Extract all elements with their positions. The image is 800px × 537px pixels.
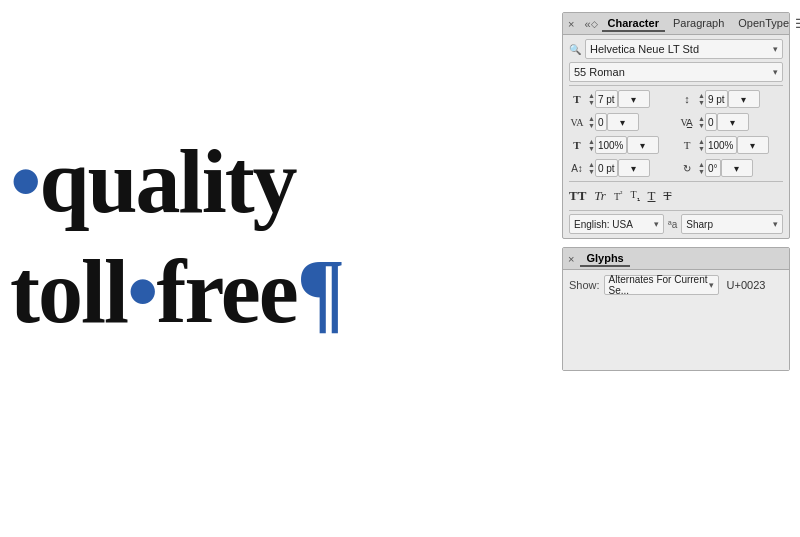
- font-size-down[interactable]: ▼: [588, 99, 595, 106]
- kerning-down[interactable]: ▼: [588, 122, 595, 129]
- kerning-up[interactable]: ▲: [588, 115, 595, 122]
- leading-cell: ↕ ▲ ▼ 9 pt ▾: [679, 89, 783, 109]
- baseline-icon: A↕: [569, 163, 585, 174]
- tracking-up[interactable]: ▲: [698, 115, 705, 122]
- baseline-down[interactable]: ▼: [588, 168, 595, 175]
- leading-input-wrap: ▲ ▼ 9 pt ▾: [697, 90, 760, 108]
- aa-value: Sharp: [686, 219, 713, 230]
- divider-2: [569, 181, 783, 182]
- canvas-text-toll: toll•free¶: [10, 240, 343, 343]
- glyphs-panel-close[interactable]: ×: [568, 253, 574, 265]
- language-arrow: ▾: [654, 219, 659, 229]
- font-size-input[interactable]: 7 pt: [595, 90, 618, 108]
- size-leading-grid: T ▲ ▼ 7 pt ▾ ↕: [569, 89, 783, 109]
- scale-h-icon: T: [569, 139, 585, 151]
- scale-grid: T ▲ ▼ 100% ▾ T: [569, 135, 783, 155]
- tracking-cell: VA̲ ▲ ▼ 0 ▾: [679, 112, 783, 132]
- aa-select[interactable]: Sharp ▾: [681, 214, 783, 234]
- tracking-unit[interactable]: ▾: [717, 113, 749, 131]
- font-style-select[interactable]: 55 Roman ▾: [569, 62, 783, 82]
- character-panel-menu-icon[interactable]: ☰: [795, 16, 800, 31]
- tab-glyphs[interactable]: Glyphs: [580, 251, 629, 267]
- type-buttons-row: TT Tr T² T₁ T T: [569, 186, 783, 206]
- type-btn-subscript[interactable]: T₁: [630, 189, 639, 203]
- leading-input[interactable]: 9 pt: [705, 90, 728, 108]
- tab-character[interactable]: Character: [602, 16, 665, 32]
- character-panel-close[interactable]: ×: [568, 18, 574, 30]
- kerning-input[interactable]: 0: [595, 113, 607, 131]
- font-size-unit[interactable]: ▾: [618, 90, 650, 108]
- aa-label: ªa: [668, 219, 677, 230]
- scale-v-down[interactable]: ▼: [698, 145, 705, 152]
- rotation-input-wrap: ▲ ▼ 0° ▾: [697, 159, 753, 177]
- type-btn-tr[interactable]: Tr: [594, 188, 606, 204]
- baseline-input[interactable]: 0 pt: [595, 159, 618, 177]
- scale-v-unit[interactable]: ▾: [737, 136, 769, 154]
- font-style-row: 55 Roman ▾: [569, 62, 783, 82]
- scale-v-input[interactable]: 100%: [705, 136, 737, 154]
- kerning-spinners: ▲ ▼: [588, 115, 595, 129]
- tracking-input-wrap: ▲ ▼ 0 ▾: [697, 113, 749, 131]
- character-panel-body: 🔍 Helvetica Neue LT Std ▾ 55 Roman ▾ T: [563, 35, 789, 238]
- glyphs-show-select[interactable]: Alternates For Current Se... ▾: [604, 275, 719, 295]
- panels-container: × « ◇ Character Paragraph OpenType ☰ 🔍 H…: [562, 12, 790, 371]
- leading-icon: ↕: [679, 93, 695, 105]
- glyphs-show-row: Show: Alternates For Current Se... ▾ U+0…: [569, 275, 783, 295]
- font-size-spinners: ▲ ▼: [588, 92, 595, 106]
- tracking-input[interactable]: 0: [705, 113, 717, 131]
- scale-h-cell: T ▲ ▼ 100% ▾: [569, 135, 673, 155]
- language-select[interactable]: English: USA ▾: [569, 214, 664, 234]
- character-panel: × « ◇ Character Paragraph OpenType ☰ 🔍 H…: [562, 12, 790, 239]
- scale-h-value: 100%: [598, 140, 624, 151]
- rotation-spinners: ▲ ▼: [698, 161, 705, 175]
- rotation-unit[interactable]: ▾: [721, 159, 753, 177]
- tab-diamond: ◇: [591, 19, 598, 29]
- language-value: English: USA: [574, 219, 633, 230]
- font-size-up[interactable]: ▲: [588, 92, 595, 99]
- scale-h-input[interactable]: 100%: [595, 136, 627, 154]
- scale-h-up[interactable]: ▲: [588, 138, 595, 145]
- kerning-unit[interactable]: ▾: [607, 113, 639, 131]
- tab-opentype[interactable]: OpenType: [732, 16, 795, 32]
- baseline-up[interactable]: ▲: [588, 161, 595, 168]
- leading-spinners: ▲ ▼: [698, 92, 705, 106]
- scale-v-spinners: ▲ ▼: [698, 138, 705, 152]
- leading-down[interactable]: ▼: [698, 99, 705, 106]
- glyphs-show-arrow: ▾: [709, 280, 714, 290]
- baseline-rotation-grid: A↕ ▲ ▼ 0 pt ▾ ↻: [569, 158, 783, 178]
- scale-v-up[interactable]: ▲: [698, 138, 705, 145]
- kerning-tracking-grid: VA ▲ ▼ 0 ▾ VA̲: [569, 112, 783, 132]
- scale-v-icon: T: [679, 139, 695, 151]
- font-size-cell: T ▲ ▼ 7 pt ▾: [569, 89, 673, 109]
- font-family-select[interactable]: Helvetica Neue LT Std ▾: [585, 39, 783, 59]
- baseline-value: 0 pt: [598, 163, 615, 174]
- baseline-unit[interactable]: ▾: [618, 159, 650, 177]
- scale-h-spinners: ▲ ▼: [588, 138, 595, 152]
- unicode-label: U+0023: [727, 279, 766, 291]
- type-btn-superscript[interactable]: T²: [614, 189, 623, 202]
- rotation-value: 0°: [708, 163, 718, 174]
- leading-unit[interactable]: ▾: [728, 90, 760, 108]
- glyphs-panel: × Glyphs Show: Alternates For Current Se…: [562, 247, 790, 371]
- tracking-down[interactable]: ▼: [698, 122, 705, 129]
- scale-h-unit[interactable]: ▾: [627, 136, 659, 154]
- scale-v-value: 100%: [708, 140, 734, 151]
- kerning-icon: VA: [569, 117, 585, 128]
- scale-v-cell: T ▲ ▼ 100% ▾: [679, 135, 783, 155]
- tracking-spinners: ▲ ▼: [698, 115, 705, 129]
- leading-up[interactable]: ▲: [698, 92, 705, 99]
- rotation-down[interactable]: ▼: [698, 168, 705, 175]
- tab-paragraph[interactable]: Paragraph: [667, 16, 730, 32]
- rotation-up[interactable]: ▲: [698, 161, 705, 168]
- divider-3: [569, 210, 783, 211]
- scale-h-down[interactable]: ▼: [588, 145, 595, 152]
- baseline-input-wrap: ▲ ▼ 0 pt ▾: [587, 159, 650, 177]
- type-btn-tt[interactable]: TT: [569, 188, 586, 204]
- type-btn-underline[interactable]: T: [648, 188, 656, 204]
- scale-h-input-wrap: ▲ ▼ 100% ▾: [587, 136, 659, 154]
- type-btn-strikethrough[interactable]: T: [664, 188, 672, 204]
- rotation-cell: ↻ ▲ ▼ 0° ▾: [679, 158, 783, 178]
- rotation-input[interactable]: 0°: [705, 159, 721, 177]
- font-size-input-wrap: ▲ ▼ 7 pt ▾: [587, 90, 650, 108]
- font-size-value: 7 pt: [598, 94, 615, 105]
